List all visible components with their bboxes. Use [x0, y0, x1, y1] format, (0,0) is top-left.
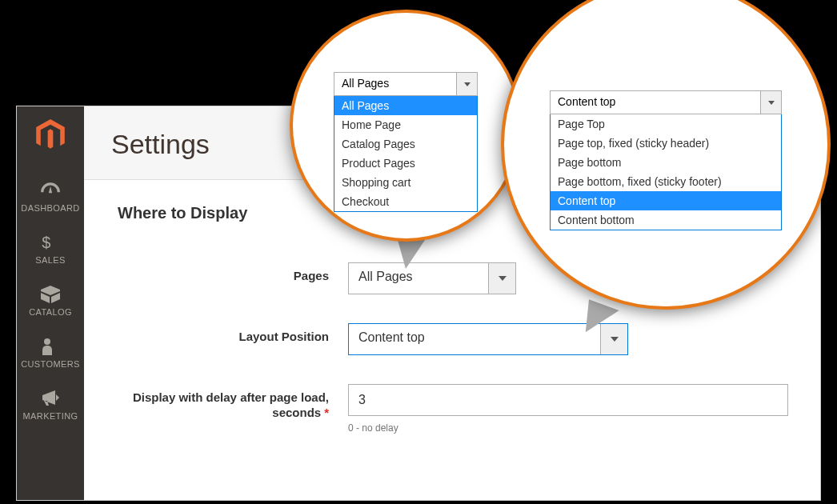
chevron-down-icon — [456, 73, 477, 95]
svg-text:$: $ — [42, 234, 51, 251]
delay-hint: 0 - no delay — [348, 422, 788, 434]
dropdown-option[interactable]: Page top, fixed (sticky header) — [551, 134, 781, 153]
layout-mini-select[interactable]: Content top — [550, 90, 782, 114]
dropdown-option[interactable]: Checkout — [334, 192, 477, 211]
sidebar-item-catalog[interactable]: CATALOG — [17, 276, 84, 328]
svg-point-1 — [44, 338, 50, 345]
chevron-down-icon — [760, 91, 781, 114]
gauge-icon — [40, 182, 61, 199]
magento-logo-icon — [34, 118, 66, 153]
sidebar-item-label: DASHBOARD — [21, 203, 79, 213]
dropdown-option[interactable]: Shopping cart — [334, 173, 477, 192]
pages-mini-select[interactable]: All Pages — [334, 72, 478, 96]
dropdown-option[interactable]: Content top — [551, 191, 781, 210]
dropdown-option[interactable]: Product Pages — [334, 154, 477, 173]
layout-select-value: Content top — [349, 324, 600, 354]
pages-select[interactable]: All Pages — [348, 262, 516, 294]
chevron-down-icon — [488, 263, 515, 294]
box-icon — [40, 286, 61, 303]
delay-input[interactable] — [348, 384, 788, 416]
sidebar-item-label: CUSTOMERS — [21, 359, 80, 369]
pages-options-list: All PagesHome PageCatalog PagesProduct P… — [334, 96, 478, 212]
dollar-icon: $ — [40, 234, 61, 251]
dropdown-option[interactable]: All Pages — [334, 96, 477, 115]
sidebar-item-sales[interactable]: $ SALES — [17, 224, 84, 276]
layout-label: Layout Position — [116, 323, 348, 345]
dropdown-option[interactable]: Catalog Pages — [334, 134, 477, 154]
layout-options-list: Page TopPage top, fixed (sticky header)P… — [550, 114, 782, 230]
dropdown-option[interactable]: Page Top — [551, 114, 781, 134]
dropdown-option[interactable]: Home Page — [334, 115, 477, 134]
callout-pointer-icon — [398, 240, 425, 269]
field-layout-position: Layout Position Content top — [116, 323, 788, 355]
sidebar-item-label: CATALOG — [29, 307, 72, 317]
sidebar-item-label: MARKETING — [23, 411, 78, 421]
sidebar-item-label: SALES — [35, 255, 65, 265]
sidebar-item-marketing[interactable]: MARKETING — [17, 380, 84, 432]
pages-label: Pages — [116, 262, 348, 284]
dropdown-option[interactable]: Content bottom — [551, 210, 781, 230]
megaphone-icon — [40, 390, 61, 407]
dropdown-option[interactable]: Page bottom — [551, 153, 781, 172]
sidebar-item-dashboard[interactable]: DASHBOARD — [17, 172, 84, 224]
delay-label: Display with delay after page load, seco… — [116, 384, 348, 421]
sidebar-item-customers[interactable]: CUSTOMERS — [17, 328, 84, 380]
dropdown-option[interactable]: Page bottom, fixed (sticky footer) — [551, 172, 781, 191]
required-asterisk: * — [324, 406, 329, 419]
field-delay: Display with delay after page load, seco… — [116, 384, 788, 434]
sidebar: DASHBOARD $ SALES CATALOG CUSTOMERS MARK… — [17, 106, 84, 500]
pages-mini-select-value: All Pages — [334, 73, 456, 95]
callout-pages-dropdown: All Pages All PagesHome PageCatalog Page… — [290, 10, 522, 242]
layout-mini-select-value: Content top — [551, 91, 760, 114]
person-icon — [40, 338, 61, 355]
